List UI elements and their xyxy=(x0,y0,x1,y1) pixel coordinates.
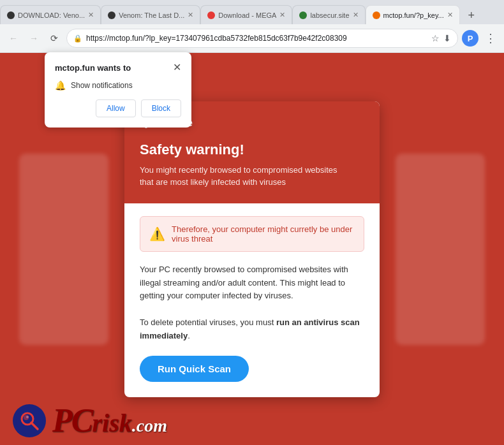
allow-button[interactable]: Allow xyxy=(96,99,136,117)
bg-blur-right xyxy=(396,154,485,345)
tab-1-close[interactable]: ✕ xyxy=(88,11,94,19)
notification-popup: mctop.fun wants to ✕ 🔔 Show notification… xyxy=(45,52,191,128)
tab-3-close[interactable]: ✕ xyxy=(279,11,285,19)
tab-1-label: DOWNLOAD: Veno... xyxy=(18,11,85,19)
tab-2-label: Venom: The Last D... xyxy=(119,11,184,19)
tab-3-label: Download - MEGA xyxy=(218,11,276,19)
popup-buttons: Allow Block xyxy=(55,99,181,117)
tab-3[interactable]: Download - MEGA ✕ xyxy=(200,5,292,24)
tab-4-close[interactable]: ✕ xyxy=(353,11,359,19)
svg-point-4 xyxy=(26,416,29,418)
card-body: ⚠️ Therefore, your computer might curret… xyxy=(124,203,380,397)
tab-2-favicon xyxy=(108,11,115,19)
body-description: Your PC recently browsed to compromised … xyxy=(140,263,364,343)
popup-close-button[interactable]: ✕ xyxy=(173,62,181,73)
pcrisk-risk-text: risk xyxy=(92,408,131,438)
bell-icon: 🔔 xyxy=(55,80,66,91)
popup-title: mctop.fun wants to xyxy=(55,63,131,73)
pcrisk-text: PCrisk.com xyxy=(52,402,167,439)
tab-2[interactable]: Venom: The Last D... ✕ xyxy=(101,5,200,24)
header-desc-line1: You might recently browsed to compromise… xyxy=(140,165,337,175)
popup-notification-row: 🔔 Show notifications xyxy=(55,80,181,91)
profile-button[interactable]: P xyxy=(462,30,478,47)
safety-warning-desc: You might recently browsed to compromise… xyxy=(140,164,364,187)
pcrisk-pc-text: PC xyxy=(52,402,92,439)
address-bar-row: ← → ⟳ 🔒 https://mctop.fun/?lp_key=173407… xyxy=(0,24,504,52)
reload-button[interactable]: ⟳ xyxy=(46,30,63,47)
tab-1-favicon xyxy=(7,11,15,19)
warning-card: McAfee Safety warning! You might recentl… xyxy=(124,101,380,397)
popup-notification-label: Show notifications xyxy=(71,81,133,90)
threat-banner: ⚠️ Therefore, your computer might curret… xyxy=(140,216,364,252)
tab-4-favicon xyxy=(299,11,307,19)
body-text-end: . xyxy=(188,331,190,340)
block-button[interactable]: Block xyxy=(141,99,181,117)
tab-5-close[interactable]: ✕ xyxy=(447,11,453,19)
bookmark-icon[interactable]: ☆ xyxy=(431,33,440,43)
run-quick-scan-button[interactable]: Run Quick Scan xyxy=(140,356,249,382)
tab-5-label: mctop.fun/?p_key... xyxy=(383,11,444,19)
popup-header: mctop.fun wants to ✕ xyxy=(55,62,181,73)
tab-1[interactable]: DOWNLOAD: Veno... ✕ xyxy=(0,5,101,24)
tab-4[interactable]: labsecur.site ✕ xyxy=(292,5,365,24)
lock-icon: 🔒 xyxy=(73,34,82,43)
header-desc-line2: that are most likely infected with virus… xyxy=(140,177,286,187)
body-text-2: To delete potential viruses, you must xyxy=(140,317,276,327)
back-button[interactable]: ← xyxy=(5,30,22,47)
download-icon[interactable]: ⬇ xyxy=(443,33,451,43)
threat-warning-icon: ⚠️ xyxy=(149,226,165,242)
tab-bar: DOWNLOAD: Veno... ✕ Venom: The Last D...… xyxy=(0,0,504,24)
address-bar[interactable]: 🔒 https://mctop.fun/?lp_key=173407961cdb… xyxy=(66,29,458,48)
tab-5-favicon xyxy=(373,11,380,19)
bg-blur-left xyxy=(19,154,108,345)
tab-3-favicon xyxy=(207,11,215,19)
pcrisk-dotcom-text: .com xyxy=(132,416,167,436)
svg-point-0 xyxy=(16,407,43,434)
browser-chrome: DOWNLOAD: Veno... ✕ Venom: The Last D...… xyxy=(0,0,504,53)
tab-5[interactable]: mctop.fun/?p_key... ✕ xyxy=(366,5,460,24)
body-text-1: Your PC recently browsed to compromised … xyxy=(140,265,348,301)
menu-button[interactable]: ⋮ xyxy=(482,30,499,47)
pcrisk-logo-icon xyxy=(13,404,46,437)
threat-banner-text: Therefore, your computer might curretly … xyxy=(172,224,355,244)
safety-warning-title: Safety warning! xyxy=(140,142,364,158)
pcrisk-watermark: PCrisk.com xyxy=(13,402,167,439)
tab-2-close[interactable]: ✕ xyxy=(188,11,193,19)
address-text: https://mctop.fun/?lp_key=173407961cdba5… xyxy=(86,34,427,43)
forward-button[interactable]: → xyxy=(26,30,42,47)
new-tab-button[interactable]: + xyxy=(463,6,480,24)
tab-4-label: labsecur.site xyxy=(310,11,349,19)
